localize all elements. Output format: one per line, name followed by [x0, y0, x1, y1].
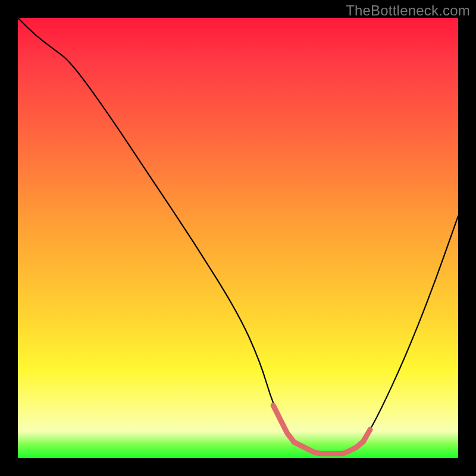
- curve-layer: [18, 18, 458, 458]
- watermark-text: TheBottleneck.com: [346, 2, 470, 19]
- optimal-range-highlight: [273, 405, 370, 453]
- chart-frame: TheBottleneck.com: [0, 0, 476, 476]
- bottleneck-curve: [18, 18, 458, 454]
- plot-area: [18, 18, 458, 458]
